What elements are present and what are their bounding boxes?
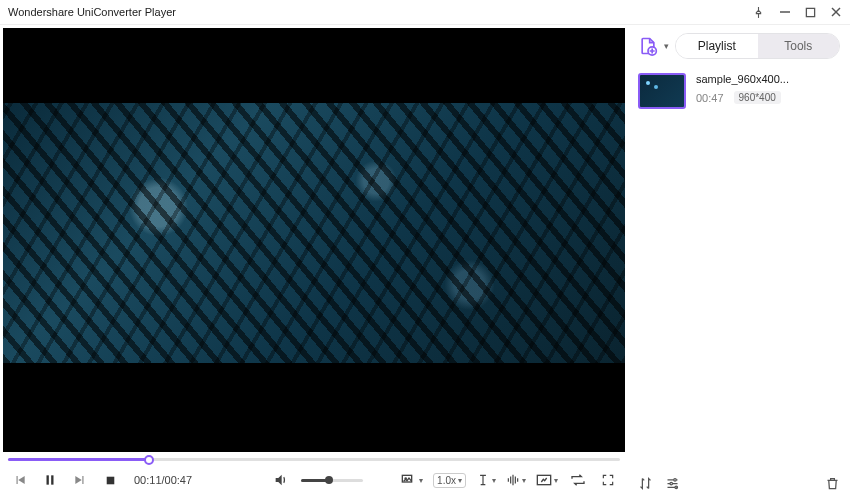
player-controls: 00:11/00:47 ▾ 1.0x▾ ▾ ▾ — [0, 461, 628, 501]
playlist-item-name: sample_960x400... — [696, 73, 789, 85]
svg-rect-4 — [47, 475, 49, 484]
close-icon[interactable] — [830, 6, 842, 18]
screenshot-button[interactable]: ▾ — [536, 470, 558, 490]
main-area: 00:11/00:47 ▾ 1.0x▾ ▾ ▾ — [0, 25, 850, 501]
minimize-icon[interactable] — [779, 6, 791, 18]
playlist-item[interactable]: sample_960x400... 00:47 960*400 — [638, 69, 840, 113]
subtitle-button[interactable]: ▾ — [476, 470, 496, 490]
progress-fill — [8, 458, 149, 461]
previous-button[interactable] — [10, 470, 30, 490]
svg-rect-11 — [512, 475, 513, 486]
svg-rect-5 — [51, 475, 53, 484]
side-panel-footer — [638, 472, 840, 493]
progress-bar[interactable] — [0, 452, 628, 461]
maximize-icon[interactable] — [805, 7, 816, 18]
side-tabs: Playlist Tools — [675, 33, 840, 59]
svg-rect-1 — [806, 8, 814, 16]
volume-handle[interactable] — [325, 476, 333, 484]
next-button[interactable] — [70, 470, 90, 490]
sort-button[interactable] — [638, 476, 653, 491]
time-display: 00:11/00:47 — [134, 474, 192, 486]
tab-playlist[interactable]: Playlist — [676, 34, 758, 58]
svg-point-16 — [674, 479, 677, 482]
speed-button[interactable]: 1.0x▾ — [433, 473, 466, 488]
add-file-button[interactable] — [638, 36, 658, 56]
window-controls — [752, 6, 842, 19]
side-panel: ▾ Playlist Tools sample_960x400... 00:47… — [628, 25, 850, 501]
video-frame — [3, 103, 625, 363]
volume-icon[interactable] — [271, 470, 291, 490]
settings-button[interactable] — [665, 476, 680, 491]
window-titlebar: Wondershare UniConverter Player — [0, 0, 850, 25]
fullscreen-button[interactable] — [598, 470, 618, 490]
window-title: Wondershare UniConverter Player — [8, 6, 752, 18]
svg-rect-10 — [510, 477, 511, 484]
audio-track-button[interactable]: ▾ — [506, 470, 526, 490]
pause-button[interactable] — [40, 470, 60, 490]
video-pane: 00:11/00:47 ▾ 1.0x▾ ▾ ▾ — [0, 25, 628, 501]
progress-handle[interactable] — [144, 455, 154, 465]
thumbnail-menu-button[interactable]: ▾ — [401, 470, 423, 490]
playlist-item-resolution: 960*400 — [734, 91, 781, 104]
loop-button[interactable] — [568, 470, 588, 490]
delete-button[interactable] — [825, 476, 840, 491]
svg-rect-6 — [106, 476, 114, 484]
playlist-item-duration: 00:47 — [696, 92, 724, 104]
tab-tools[interactable]: Tools — [758, 34, 840, 58]
playlist-item-thumbnail — [638, 73, 686, 109]
add-file-dropdown-icon[interactable]: ▾ — [664, 41, 669, 51]
svg-rect-9 — [508, 478, 509, 482]
svg-point-17 — [670, 482, 673, 485]
svg-rect-13 — [517, 478, 518, 482]
video-viewport[interactable] — [3, 28, 625, 452]
playlist-item-meta: sample_960x400... 00:47 960*400 — [696, 73, 789, 104]
pin-icon[interactable] — [752, 6, 765, 19]
stop-button[interactable] — [100, 470, 120, 490]
side-panel-header: ▾ Playlist Tools — [638, 33, 840, 59]
svg-rect-12 — [515, 477, 516, 484]
volume-slider[interactable] — [301, 479, 363, 482]
